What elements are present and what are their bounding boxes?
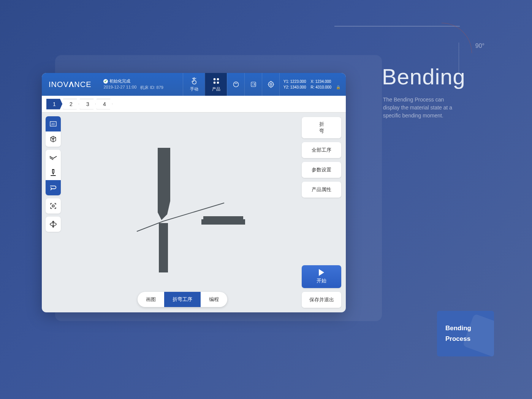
btn-all-steps[interactable]: 全部工序: [302, 142, 341, 158]
topbar: INOVΛNCE 初始化完成 2019-12-27 11:00机床 ID: 87…: [42, 73, 346, 96]
tab-label: 手动: [190, 86, 198, 92]
svg-point-4: [233, 82, 238, 87]
btn-start[interactable]: 开始: [302, 265, 341, 288]
tab-calc[interactable]: [244, 73, 262, 96]
coordinates: Y1: 1223.000X: 1234.000 Y2: 1343.000R: 4…: [279, 73, 346, 96]
tab-manual[interactable]: 手动: [183, 73, 205, 96]
btn-save-exit[interactable]: 保存并退出: [302, 292, 341, 308]
decor-arc: [442, 23, 472, 53]
app-window: INOVΛNCE 初始化完成 2019-12-27 11:00机床 ID: 87…: [42, 73, 346, 312]
svg-rect-15: [203, 216, 243, 219]
bottom-segmented: 画图 折弯工序 编程: [138, 292, 227, 307]
svg-rect-1: [217, 78, 218, 80]
seg-program[interactable]: 编程: [201, 292, 227, 307]
brand-part: Λ: [69, 80, 74, 89]
grid-icon: [212, 77, 220, 85]
lock-icon: 🔒: [336, 85, 340, 89]
page-title: Bending: [382, 64, 466, 89]
tab-product[interactable]: 产品: [205, 73, 227, 96]
btn-params[interactable]: 参数设置: [302, 162, 341, 178]
coord-y1: Y1: 1223.000: [283, 79, 306, 84]
coord-y2: Y2: 1343.000: [283, 85, 306, 89]
svg-rect-13: [159, 223, 168, 272]
svg-rect-14: [201, 219, 245, 225]
status-text: 初始化完成: [109, 78, 130, 84]
tab-settings[interactable]: [262, 73, 279, 96]
badge-card: Bending Process: [437, 311, 494, 356]
btn-bend[interactable]: 折 弯: [302, 117, 341, 138]
page-description: The Bending Process can display the mate…: [383, 96, 459, 120]
decor-line: [334, 26, 460, 27]
svg-rect-3: [217, 82, 218, 84]
btn-props[interactable]: 产品属性: [302, 182, 341, 198]
coord-r: R: 4310.000: [311, 85, 332, 89]
hand-tap-icon: [190, 77, 198, 85]
bending-diagram: [118, 144, 247, 281]
tab-label: 产品: [212, 86, 220, 92]
svg-rect-10: [52, 205, 54, 207]
svg-text:2D: 2D: [51, 123, 55, 125]
svg-rect-5: [251, 82, 256, 87]
seg-draw[interactable]: 画图: [138, 292, 164, 307]
svg-rect-2: [213, 82, 215, 84]
workarea: 2D 3D: [42, 112, 346, 312]
badge-line2: Process: [445, 335, 470, 343]
datetime: 2019-12-27 11:00: [103, 85, 136, 90]
step-bar: 1 2 3 4: [42, 96, 346, 112]
tab-circle[interactable]: [227, 73, 244, 96]
tool-sheet[interactable]: [46, 150, 61, 165]
canvas[interactable]: 画图 折弯工序 编程: [65, 112, 300, 312]
brand-part: INOV: [49, 80, 69, 89]
step-2[interactable]: 2: [63, 99, 79, 109]
svg-point-6: [270, 84, 272, 86]
tool-bend[interactable]: [46, 180, 61, 195]
view-3d-button[interactable]: 3D: [46, 131, 61, 147]
svg-rect-0: [213, 78, 215, 80]
calculator-icon: [249, 80, 258, 89]
brand-logo: INOVΛNCE: [42, 73, 98, 96]
check-icon: [103, 79, 108, 84]
circle-icon: [232, 80, 240, 89]
step-4[interactable]: 4: [97, 99, 112, 109]
view-2d-button[interactable]: 2D: [46, 116, 61, 131]
coord-x: X: 1234.000: [311, 79, 331, 84]
svg-marker-12: [158, 148, 170, 220]
step-3[interactable]: 3: [80, 99, 96, 109]
right-panel: 折 弯 全部工序 参数设置 产品属性 开始 保存并退出: [300, 112, 346, 312]
play-icon: [319, 269, 324, 276]
badge-line1: Bending: [445, 325, 471, 332]
angle-label: 90°: [475, 43, 484, 49]
seg-bend-process[interactable]: 折弯工序: [164, 292, 201, 307]
nav-tabs: 手动 产品 Y1: 1223.000X: 1234.000 Y2: 1343.0…: [183, 73, 346, 96]
btn-start-label: 开始: [317, 277, 326, 284]
tool-rotate[interactable]: [46, 217, 61, 232]
machine-id: 机床 ID: 879: [140, 85, 163, 90]
gear-icon: [267, 80, 275, 89]
left-toolbar: 2D 3D: [42, 112, 65, 312]
tool-fit[interactable]: [46, 198, 61, 214]
brand-part: NCE: [74, 80, 91, 89]
svg-text:3D: 3D: [52, 138, 54, 141]
status-block: 初始化完成 2019-12-27 11:00机床 ID: 879: [98, 73, 168, 96]
step-1[interactable]: 1: [46, 99, 62, 109]
tool-punch[interactable]: [46, 165, 61, 180]
